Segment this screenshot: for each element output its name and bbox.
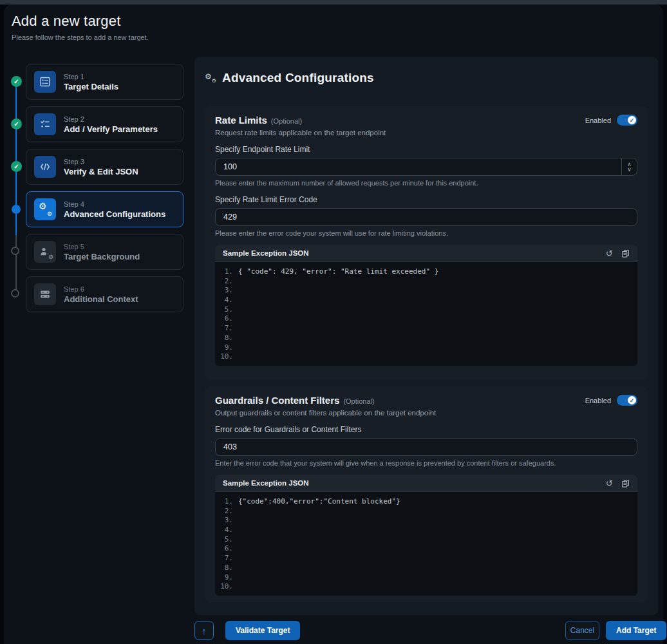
code-line: 2. xyxy=(215,277,637,287)
guardrails-card: Guardrails / Content Filters (Optional) … xyxy=(205,386,648,602)
sidebar-item-advanced-configurations[interactable]: ⚙⚙ Step 4 Advanced Configurations xyxy=(26,191,183,227)
window-top-strip xyxy=(0,0,667,5)
stepper-rail-pending xyxy=(15,235,17,294)
step1-check-icon: ✓ xyxy=(11,76,22,87)
rate-limits-toggle[interactable]: ✓ xyxy=(617,115,637,126)
code-line: 5. xyxy=(215,535,637,545)
stepper-down-icon[interactable]: ∨ xyxy=(627,167,632,172)
editor-title: Sample Exception JSON xyxy=(223,249,309,257)
code-line: 1.{ "code": 429, "error": "Rate limit ex… xyxy=(215,267,637,277)
field-helper: Please enter the maximum number of allow… xyxy=(215,179,637,187)
cancel-button[interactable]: Cancel xyxy=(565,621,599,640)
code-line: 9. xyxy=(215,573,637,583)
copy-icon[interactable] xyxy=(621,479,630,488)
field-label: Specify Rate Limit Error Code xyxy=(215,195,637,204)
code-line: 9. xyxy=(215,343,637,353)
checklist-icon xyxy=(34,113,56,135)
guardrails-error-code-input[interactable] xyxy=(216,439,637,455)
sample-exception-json-editor: Sample Exception JSON ↺ 1.{ "code": 429,… xyxy=(215,245,637,366)
code-area[interactable]: 1.{ "code": 429, "error": "Rate limit ex… xyxy=(215,262,637,366)
copy-icon[interactable] xyxy=(621,249,630,258)
optional-tag: (Optional) xyxy=(343,397,374,405)
step-title: Target Details xyxy=(64,82,118,91)
step5-pending-dot xyxy=(11,247,19,255)
page-title: Add a new target xyxy=(12,13,121,30)
rate-limits-card: Rate Limits (Optional) Enabled ✓ Request… xyxy=(205,106,648,380)
number-stepper[interactable]: ∧ ∨ xyxy=(621,158,637,175)
up-arrow-icon: ↑ xyxy=(202,625,207,636)
step2-check-icon: ✓ xyxy=(11,118,22,129)
sidebar-item-verify-json[interactable]: Step 3 Verify & Edit JSON xyxy=(26,149,183,185)
toggle-label: Enabled xyxy=(585,117,611,124)
user-gear-icon: ⚙ xyxy=(34,241,56,263)
sidebar-item-target-details[interactable]: Step 1 Target Details xyxy=(26,64,183,100)
panel-header: ⚙⚙ Advanced Configurations xyxy=(205,71,374,85)
undo-icon[interactable]: ↺ xyxy=(606,479,613,488)
sidebar-item-additional-context[interactable]: Step 6 Additional Context xyxy=(26,276,183,312)
code-line: 10. xyxy=(215,582,637,592)
step-label: Step 6 xyxy=(64,285,138,293)
code-line: 10. xyxy=(215,352,637,362)
code-icon xyxy=(34,156,56,178)
code-line: 3. xyxy=(215,516,637,526)
step3-check-icon: ✓ xyxy=(11,161,22,172)
add-target-button[interactable]: Add Target xyxy=(606,621,666,640)
gears-icon: ⚙⚙ xyxy=(34,198,56,220)
code-line: 7. xyxy=(215,324,637,334)
undo-icon[interactable]: ↺ xyxy=(606,249,613,258)
section-description: Request rate limits applicable on the ta… xyxy=(215,129,637,137)
toggle-check-icon: ✓ xyxy=(628,116,636,124)
code-line: 6. xyxy=(215,314,637,324)
code-line: 3. xyxy=(215,286,637,296)
step-title: Verify & Edit JSON xyxy=(64,167,138,176)
sidebar-item-parameters[interactable]: Step 2 Add / Verify Parameters xyxy=(26,106,183,142)
code-line: 4. xyxy=(215,296,637,305)
code-area[interactable]: 1.{"code":400,"error":"Content blocked"}… xyxy=(215,492,637,596)
step-label: Step 1 xyxy=(64,73,118,80)
server-icon xyxy=(34,283,56,305)
sidebar-item-target-background[interactable]: ⚙ Step 5 Target Background xyxy=(26,234,183,270)
code-line: 8. xyxy=(215,564,637,573)
page-subtitle: Please follow the steps to add a new tar… xyxy=(12,33,149,41)
editor-title: Sample Exception JSON xyxy=(223,479,309,487)
code-line: 6. xyxy=(215,544,637,554)
panel-title: Advanced Configurations xyxy=(222,71,374,85)
step-label: Step 4 xyxy=(64,200,165,208)
section-title: Rate Limits xyxy=(215,115,267,126)
endpoint-rate-limit-input[interactable] xyxy=(216,158,621,175)
field-label: Specify Endpoint Rate Limit xyxy=(215,145,637,154)
validate-target-button[interactable]: Validate Target xyxy=(225,621,300,640)
step-title: Advanced Configurations xyxy=(64,209,165,219)
step6-pending-dot xyxy=(11,289,19,298)
field-helper: Please enter the error code your system … xyxy=(215,229,637,237)
code-line: 4. xyxy=(215,526,637,535)
step-label: Step 3 xyxy=(64,158,138,166)
section-title: Guardrails / Content Filters xyxy=(215,395,339,406)
gears-icon: ⚙⚙ xyxy=(205,73,216,84)
step-label: Step 2 xyxy=(64,115,158,123)
step-title: Additional Context xyxy=(64,294,138,304)
form-icon xyxy=(34,71,56,93)
sample-exception-json-editor: Sample Exception JSON ↺ 1.{"code":400,"e… xyxy=(215,475,637,596)
toggle-check-icon: ✓ xyxy=(628,396,636,404)
step-label: Step 5 xyxy=(64,243,140,251)
step-title: Add / Verify Parameters xyxy=(64,124,158,134)
field-helper: Enter the error code that your system wi… xyxy=(215,459,637,467)
scroll-to-top-button[interactable]: ↑ xyxy=(194,621,214,640)
step-title: Target Background xyxy=(64,252,140,261)
code-line: 5. xyxy=(215,305,637,315)
guardrails-toggle[interactable]: ✓ xyxy=(617,395,637,406)
field-label: Error code for Guardrails or Content Fil… xyxy=(215,425,637,434)
code-line: 8. xyxy=(215,334,637,343)
optional-tag: (Optional) xyxy=(271,117,302,125)
toggle-label: Enabled xyxy=(585,397,611,404)
section-description: Output guardrails or content filters app… xyxy=(215,409,637,417)
code-line: 1.{"code":400,"error":"Content blocked"} xyxy=(215,497,637,507)
code-line: 7. xyxy=(215,554,637,564)
rate-limit-error-code-input[interactable] xyxy=(216,209,637,225)
step4-current-dot xyxy=(12,205,21,214)
code-line: 2. xyxy=(215,507,637,516)
